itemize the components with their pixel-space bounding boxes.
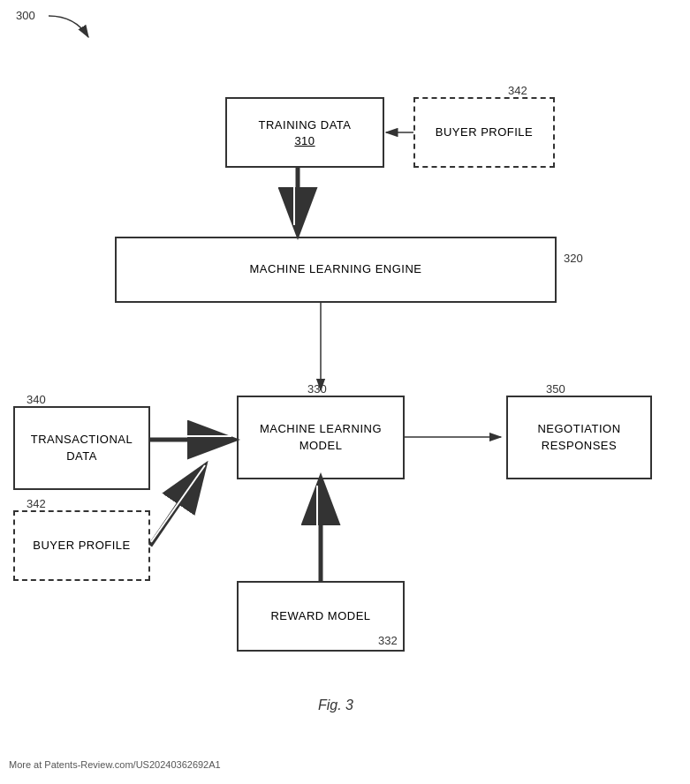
buyer-profile-bottom-label: BUYER PROFILE bbox=[33, 538, 131, 554]
footer-text: More at Patents-Review.com/US20240362692… bbox=[9, 759, 221, 770]
reward-model-label: REWARD MODEL bbox=[270, 608, 370, 624]
box-buyer-profile-top: BUYER PROFILE bbox=[413, 97, 555, 168]
box-buyer-profile-bottom: BUYER PROFILE bbox=[13, 510, 150, 581]
training-data-number: 310 bbox=[294, 134, 315, 147]
box-transactional-data: TRANSACTIONAL DATA bbox=[13, 406, 150, 490]
transactional-data-label: TRANSACTIONAL DATA bbox=[15, 432, 148, 464]
ref-342-bottom: 342 bbox=[27, 497, 46, 510]
machine-learning-engine-label: MACHINE LEARNING ENGINE bbox=[250, 261, 422, 277]
box-training-data: TRAINING DATA 310 bbox=[225, 97, 384, 168]
ref-340: 340 bbox=[27, 393, 46, 406]
negotiation-responses-label: NEGOTIATION RESPONSES bbox=[508, 421, 650, 453]
box-machine-learning-model: MACHINE LEARNING MODEL bbox=[237, 396, 405, 479]
ref-342-top: 342 bbox=[508, 84, 527, 97]
ref-300: 300 bbox=[16, 9, 35, 22]
fig-label: Fig. 3 bbox=[318, 697, 353, 713]
box-negotiation-responses: NEGOTIATION RESPONSES bbox=[506, 396, 652, 479]
ref-350: 350 bbox=[546, 382, 565, 396]
ref-330: 330 bbox=[307, 382, 327, 396]
machine-learning-model-label: MACHINE LEARNING MODEL bbox=[239, 421, 403, 453]
svg-line-9 bbox=[151, 465, 205, 542]
diagram-container: 300 TRAINING DATA 310 BUYER PROFILE 342 … bbox=[0, 0, 690, 784]
ref-320: 320 bbox=[564, 252, 583, 265]
box-machine-learning-engine: MACHINE LEARNING ENGINE bbox=[115, 237, 557, 303]
ref-332: 332 bbox=[378, 634, 398, 647]
svg-line-8 bbox=[150, 468, 203, 546]
buyer-profile-top-label: BUYER PROFILE bbox=[436, 124, 534, 140]
training-data-label: TRAINING DATA bbox=[259, 117, 352, 133]
